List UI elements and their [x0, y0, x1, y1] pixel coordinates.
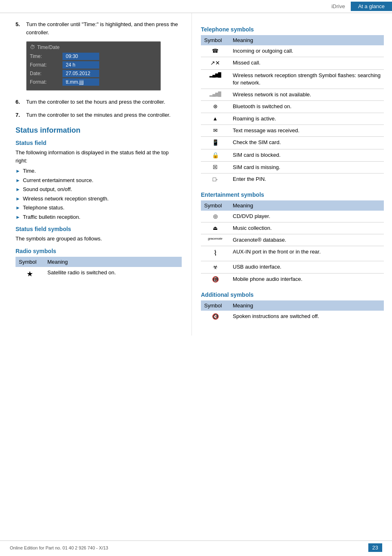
widget-value-format2: tt.mm.jjjj: [62, 78, 99, 86]
widget-label-date: Date:: [30, 71, 62, 76]
widget-row-format1: Format: 24 h: [30, 61, 157, 69]
status-field-intro: The following information is displayed i…: [16, 149, 182, 165]
right-column: Telephone symbols Symbol Meaning ☎ Incom…: [192, 13, 392, 336]
widget-row-time: Time: 09:30: [30, 53, 157, 60]
table-row: ☒ SIM card is missing.: [201, 162, 384, 173]
entertainment-symbols-table: Symbol Meaning ◎ CD/DVD player. ⏏ Music …: [201, 200, 384, 286]
ent-meaning-1: CD/DVD player.: [229, 211, 384, 222]
table-row: □· Enter the PIN.: [201, 173, 384, 186]
tel-sym-6: ▲: [201, 113, 229, 125]
table-row: ⊛ Bluetooth is switched on.: [201, 101, 384, 113]
ent-sym-5: ☣: [201, 261, 229, 274]
add-sym-1: 🔇: [201, 311, 229, 323]
add-col1: Symbol: [201, 300, 229, 311]
left-column: 5. Turn the controller until "Time:" is …: [0, 13, 192, 336]
radio-col1: Symbol: [16, 257, 44, 267]
tel-meaning-2: Missed call.: [229, 57, 384, 70]
radio-symbols-heading: Radio symbols: [16, 248, 182, 254]
step-5-text: Turn the controller until "Time:" is hig…: [26, 20, 182, 36]
arrow-icon-4: ►: [16, 195, 20, 203]
footer-text: Online Edition for Part no. 01 40 2 926 …: [10, 545, 108, 550]
table-row: ▲ Roaming is active.: [201, 113, 384, 125]
table-row: gracenote Gracenote® database.: [201, 234, 384, 246]
arrow-icon-3: ►: [16, 186, 20, 193]
tel-meaning-1: Incoming or outgoing call.: [229, 45, 384, 57]
bullet-time: ►Time.: [16, 167, 182, 175]
header-idrive: iDrive: [326, 2, 351, 11]
radio-col2: Meaning: [44, 257, 182, 267]
status-field-symbols-heading: Status field symbols: [16, 226, 182, 232]
table-row: 🔇 Spoken instructions are switched off.: [201, 311, 384, 323]
main-content: 5. Turn the controller until "Time:" is …: [0, 13, 392, 336]
table-row: 🔒 SIM card is blocked.: [201, 149, 384, 162]
ent-meaning-6: Mobile phone audio interface.: [229, 274, 384, 286]
ent-meaning-3: Gracenote® database.: [229, 234, 384, 246]
ent-sym-6: 📵: [201, 274, 229, 286]
ent-meaning-5: USB audio interface.: [229, 261, 384, 274]
bullet-entertainment: ►Current entertainment source.: [16, 176, 182, 185]
page-number: 23: [368, 543, 382, 552]
step-7-text: Turn the controller to set the minutes a…: [26, 111, 171, 119]
step-5-num: 5.: [16, 20, 23, 36]
table-row: ↗✕ Missed call.: [201, 57, 384, 70]
table-row: ◎ CD/DVD player.: [201, 211, 384, 222]
tel-meaning-6: Roaming is active.: [229, 113, 384, 125]
widget-value-time: 09:30: [62, 53, 99, 60]
arrow-icon-1: ►: [16, 167, 20, 175]
ent-meaning-4: AUX-IN port in the front or in the rear.: [229, 246, 384, 261]
ent-sym-1: ◎: [201, 211, 229, 222]
widget-title: ⏱ Time/Date: [30, 44, 157, 50]
ent-col2: Meaning: [229, 200, 384, 211]
add-col2: Meaning: [229, 300, 384, 311]
ent-col1: Symbol: [201, 200, 229, 211]
clock-icon: ⏱: [30, 44, 35, 50]
table-row: ⌇ AUX-IN port in the front or in the rea…: [201, 246, 384, 261]
tel-sym-9: 🔒: [201, 149, 229, 162]
tel-sym-2: ↗✕: [201, 57, 229, 70]
page-header: iDrive At a glance: [0, 0, 392, 13]
tel-col1: Symbol: [201, 35, 229, 45]
status-information-heading: Status information: [16, 126, 182, 135]
table-row: ▂▄▆█ Wireless network reception strength…: [201, 69, 384, 89]
bullet-traffic: ►Traffic bulletin reception.: [16, 213, 182, 221]
tel-meaning-11: Enter the PIN.: [229, 173, 384, 186]
radio-sym-1: ★: [16, 267, 44, 281]
table-row: 📵 Mobile phone audio interface.: [201, 274, 384, 286]
widget-label-time: Time:: [30, 53, 62, 59]
additional-symbols-heading: Additional symbols: [201, 291, 384, 298]
radio-meaning-1: Satellite radio is switched on.: [44, 267, 182, 281]
telephone-symbols-heading: Telephone symbols: [201, 26, 384, 33]
widget-value-date: 27.05.2012: [62, 70, 99, 77]
widget-row-format2: Format: tt.mm.jjjj: [30, 78, 157, 86]
table-row: ▂▄▆█ Wireless network is not available.: [201, 89, 384, 101]
widget-label-format1: Format:: [30, 62, 62, 68]
ent-sym-2: ⏏: [201, 222, 229, 234]
widget-label-format2: Format:: [30, 79, 62, 85]
widget-row-date: Date: 27.05.2012: [30, 70, 157, 77]
ent-sym-3: gracenote: [201, 234, 229, 246]
tel-meaning-4: Wireless network is not available.: [229, 89, 384, 101]
arrow-icon-6: ►: [16, 214, 20, 221]
tel-sym-5: ⊛: [201, 101, 229, 113]
tel-meaning-9: SIM card is blocked.: [229, 149, 384, 162]
step-7: 7. Turn the controller to set the minute…: [16, 111, 182, 119]
status-field-bullets: ►Time. ►Current entertainment source. ►S…: [16, 167, 182, 221]
tel-meaning-3: Wireless network reception strength Symb…: [229, 69, 384, 89]
bullet-telephone: ►Telephone status.: [16, 204, 182, 212]
additional-symbols-table: Symbol Meaning 🔇 Spoken instructions are…: [201, 300, 384, 323]
tel-col2: Meaning: [229, 35, 384, 45]
status-field-symbols-intro: The symbols are grouped as follows.: [16, 235, 182, 243]
tel-meaning-5: Bluetooth is switched on.: [229, 101, 384, 113]
bullet-sound: ►Sound output, on/off.: [16, 185, 182, 193]
table-row: 📱 Check the SIM card.: [201, 136, 384, 149]
tel-meaning-8: Check the SIM card.: [229, 136, 384, 149]
arrow-icon-2: ►: [16, 177, 20, 185]
ent-meaning-2: Music collection.: [229, 222, 384, 234]
table-row: ✉ Text message was received.: [201, 125, 384, 136]
table-row: ☣ USB audio interface.: [201, 261, 384, 274]
time-date-widget: ⏱ Time/Date Time: 09:30 Format: 24 h Dat…: [26, 41, 161, 91]
step-5: 5. Turn the controller until "Time:" is …: [16, 20, 182, 36]
bullet-wireless: ►Wireless network reception strength.: [16, 195, 182, 203]
tel-sym-11: □·: [201, 173, 229, 186]
radio-symbols-table: Symbol Meaning ★ Satellite radio is swit…: [16, 257, 182, 281]
